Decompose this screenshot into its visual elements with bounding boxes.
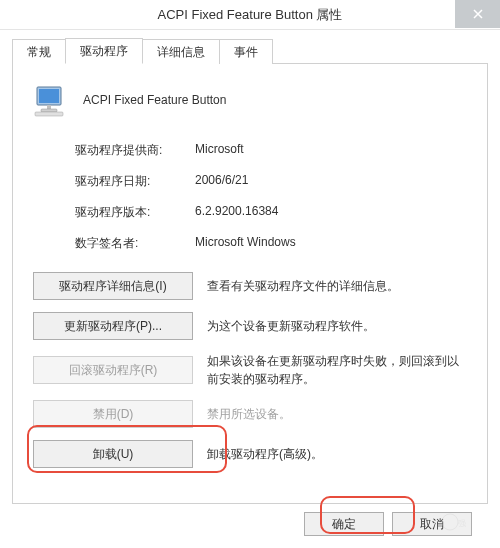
disable-device-desc: 禁用所选设备。 xyxy=(207,405,291,423)
svg-rect-3 xyxy=(41,109,57,112)
tab-panel-driver: ACPI Fixed Feature Button 驱动程序提供商: Micro… xyxy=(12,64,488,504)
action-rows: 驱动程序详细信息(I) 查看有关驱动程序文件的详细信息。 更新驱动程序(P)..… xyxy=(33,272,467,468)
info-row-version: 驱动程序版本: 6.2.9200.16384 xyxy=(75,204,467,221)
driver-details-desc: 查看有关驱动程序文件的详细信息。 xyxy=(207,277,399,295)
svg-rect-1 xyxy=(39,89,59,103)
tab-general[interactable]: 常规 xyxy=(12,39,66,64)
disable-device-button: 禁用(D) xyxy=(33,400,193,428)
signer-value: Microsoft Windows xyxy=(195,235,296,252)
uninstall-button[interactable]: 卸载(U) xyxy=(33,440,193,468)
version-label: 驱动程序版本: xyxy=(75,204,195,221)
info-row-provider: 驱动程序提供商: Microsoft xyxy=(75,142,467,159)
tab-events[interactable]: 事件 xyxy=(219,39,273,64)
close-button[interactable] xyxy=(455,0,500,28)
tab-bar: 常规 驱动程序 详细信息 事件 xyxy=(12,38,488,64)
driver-info-block: 驱动程序提供商: Microsoft 驱动程序日期: 2006/6/21 驱动程… xyxy=(75,142,467,252)
provider-label: 驱动程序提供商: xyxy=(75,142,195,159)
version-value: 6.2.9200.16384 xyxy=(195,204,278,221)
device-name: ACPI Fixed Feature Button xyxy=(83,93,226,107)
action-row-details: 驱动程序详细信息(I) 查看有关驱动程序文件的详细信息。 xyxy=(33,272,467,300)
date-value: 2006/6/21 xyxy=(195,173,248,190)
action-row-update: 更新驱动程序(P)... 为这个设备更新驱动程序软件。 xyxy=(33,312,467,340)
action-row-rollback: 回滚驱动程序(R) 如果该设备在更新驱动程序时失败，则回滚到以前安装的驱动程序。 xyxy=(33,352,467,388)
rollback-driver-button: 回滚驱动程序(R) xyxy=(33,356,193,384)
cancel-button[interactable]: 取消 xyxy=(392,512,472,536)
ok-button[interactable]: 确定 xyxy=(304,512,384,536)
window-title: ACPI Fixed Feature Button 属性 xyxy=(158,6,343,24)
svg-rect-2 xyxy=(47,105,51,109)
date-label: 驱动程序日期: xyxy=(75,173,195,190)
driver-details-button[interactable]: 驱动程序详细信息(I) xyxy=(33,272,193,300)
computer-icon xyxy=(33,82,69,118)
tab-details[interactable]: 详细信息 xyxy=(142,39,220,64)
rollback-driver-desc: 如果该设备在更新驱动程序时失败，则回滚到以前安装的驱动程序。 xyxy=(207,352,467,388)
action-row-uninstall: 卸载(U) 卸载驱动程序(高级)。 xyxy=(33,440,467,468)
uninstall-desc: 卸载驱动程序(高级)。 xyxy=(207,445,323,463)
titlebar: ACPI Fixed Feature Button 属性 xyxy=(0,0,500,30)
info-row-date: 驱动程序日期: 2006/6/21 xyxy=(75,173,467,190)
dialog-button-row: 确定 取消 xyxy=(12,504,488,546)
device-header: ACPI Fixed Feature Button xyxy=(33,82,467,118)
signer-label: 数字签名者: xyxy=(75,235,195,252)
provider-value: Microsoft xyxy=(195,142,244,159)
dialog-content: 常规 驱动程序 详细信息 事件 ACPI Fixed Feature Butto… xyxy=(0,30,500,548)
info-row-signer: 数字签名者: Microsoft Windows xyxy=(75,235,467,252)
close-icon xyxy=(473,9,483,19)
action-row-disable: 禁用(D) 禁用所选设备。 xyxy=(33,400,467,428)
svg-rect-4 xyxy=(35,112,63,116)
tab-driver[interactable]: 驱动程序 xyxy=(65,38,143,64)
update-driver-button[interactable]: 更新驱动程序(P)... xyxy=(33,312,193,340)
update-driver-desc: 为这个设备更新驱动程序软件。 xyxy=(207,317,375,335)
